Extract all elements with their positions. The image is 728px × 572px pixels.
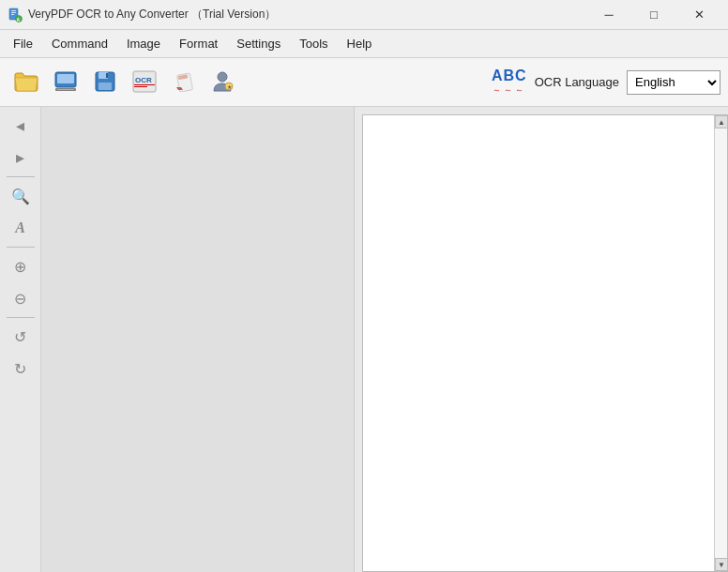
- abc-text: ABC: [492, 68, 527, 84]
- wave-decoration: ～～～: [493, 84, 526, 97]
- sidebar-separator-2: [7, 247, 35, 248]
- ocr-language-area: ABC ～～～ OCR Language EnglishFrenchGerman…: [492, 68, 720, 97]
- right-panel-wrapper: ▲ ▼: [355, 107, 728, 572]
- sidebar-separator-1: [7, 176, 35, 177]
- menu-item-command[interactable]: Command: [42, 33, 117, 54]
- right-panel[interactable]: ▲ ▼: [362, 114, 728, 572]
- save-button[interactable]: [86, 64, 124, 101]
- save-icon: [95, 71, 115, 94]
- erase-icon: [174, 71, 194, 94]
- close-button[interactable]: ✕: [677, 0, 720, 30]
- rotate-right-tool[interactable]: ↻: [6, 354, 36, 384]
- back-tool[interactable]: ◂: [6, 111, 36, 141]
- text-tool[interactable]: A: [6, 213, 36, 243]
- ocr-language-select[interactable]: EnglishFrenchGermanSpanishChineseJapanes…: [627, 70, 720, 95]
- scroll-track: [715, 128, 727, 558]
- forward-tool[interactable]: ▸: [6, 143, 36, 173]
- window-title: VeryPDF OCR to Any Converter （Trial Vers…: [28, 7, 276, 23]
- app-icon: A: [8, 8, 23, 23]
- svg-rect-7: [57, 74, 74, 83]
- svg-rect-3: [11, 14, 14, 15]
- svg-rect-2: [11, 12, 16, 13]
- svg-rect-16: [134, 84, 155, 85]
- zoom-out-tool[interactable]: ⊖: [6, 283, 36, 313]
- scroll-down-arrow[interactable]: ▼: [715, 558, 728, 571]
- toolbar: OCR ★ ABC ～～～: [0, 58, 728, 107]
- sidebar-separator-3: [7, 317, 35, 318]
- open-folder-button[interactable]: [8, 64, 45, 101]
- menu-item-format[interactable]: Format: [170, 33, 227, 54]
- user-icon: ★: [212, 70, 235, 95]
- scan-icon: [53, 70, 78, 95]
- ocr-icon: OCR: [132, 70, 157, 95]
- zoom-in-tool[interactable]: ⊕: [6, 251, 36, 281]
- rotate-left-tool[interactable]: ↺: [6, 322, 36, 352]
- svg-rect-1: [11, 10, 16, 11]
- title-bar: A VeryPDF OCR to Any Converter （Trial Ve…: [0, 0, 728, 30]
- left-sidebar: ◂ ▸ 🔍 A ⊕ ⊖ ↺ ↻: [0, 107, 41, 572]
- folder-icon: [14, 71, 38, 94]
- svg-text:OCR: OCR: [135, 76, 152, 84]
- svg-text:A: A: [17, 16, 21, 22]
- menu-item-file[interactable]: File: [4, 33, 42, 54]
- svg-rect-13: [106, 73, 108, 78]
- title-left: A VeryPDF OCR to Any Converter （Trial Ve…: [8, 7, 276, 23]
- right-scrollbar[interactable]: ▲ ▼: [714, 115, 727, 571]
- main-area: ◂ ▸ 🔍 A ⊕ ⊖ ↺ ↻ ▲ ▼: [0, 107, 728, 572]
- svg-text:★: ★: [227, 83, 232, 89]
- ocr-abc-logo: ABC ～～～: [492, 68, 527, 97]
- minimize-button[interactable]: ─: [587, 0, 630, 30]
- ocr-button[interactable]: OCR: [126, 64, 163, 101]
- search-tool[interactable]: 🔍: [6, 181, 36, 211]
- svg-rect-12: [99, 83, 112, 90]
- title-controls: ─ □ ✕: [587, 0, 720, 30]
- menu-bar: FileCommandImageFormatSettingsToolsHelp: [0, 30, 728, 58]
- scroll-up-arrow[interactable]: ▲: [715, 115, 728, 128]
- scan-button[interactable]: [47, 64, 84, 101]
- menu-item-settings[interactable]: Settings: [227, 33, 290, 54]
- erase-button[interactable]: [165, 64, 203, 101]
- user-settings-button[interactable]: ★: [205, 64, 242, 101]
- left-panel[interactable]: [41, 107, 355, 572]
- menu-item-tools[interactable]: Tools: [290, 33, 337, 54]
- menu-item-image[interactable]: Image: [117, 33, 170, 54]
- svg-rect-17: [134, 86, 147, 87]
- menu-item-help[interactable]: Help: [338, 33, 382, 54]
- maximize-button[interactable]: □: [632, 0, 675, 30]
- ocr-language-label: OCR Language: [535, 75, 619, 89]
- svg-point-20: [218, 72, 227, 82]
